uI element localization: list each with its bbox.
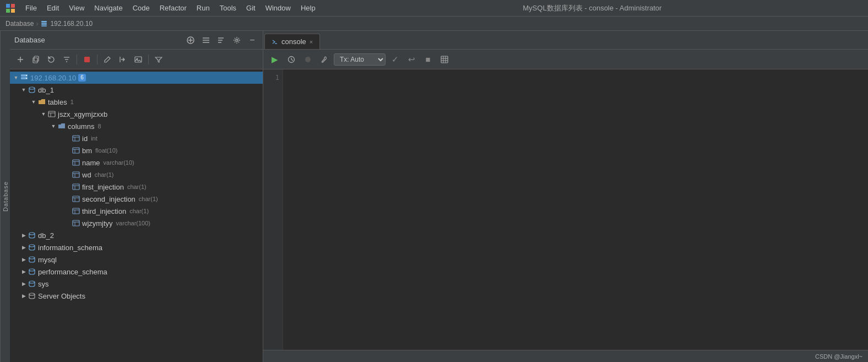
tree-item-columns[interactable]: columns 8 [10,120,263,132]
menu-view[interactable]: View [64,3,89,13]
menu-help[interactable]: Help [296,3,320,13]
sys-label: sys [38,280,49,288]
svg-point-69 [305,57,311,62]
server-objects-label: Server Objects [38,292,85,300]
server-icon [40,20,48,28]
svg-point-63 [29,281,35,283]
refresh-button[interactable] [44,52,58,67]
breadcrumb-database[interactable]: Database [6,20,34,28]
svg-rect-44 [73,172,79,177]
col-id-type: int [91,135,97,142]
settings-button[interactable] [231,34,243,46]
stop-query-button[interactable] [301,52,315,67]
tree-item-col-wd[interactable]: wd char(1) [10,169,263,181]
grid-button[interactable] [437,52,452,67]
menu-git[interactable]: Git [242,3,260,13]
tree-item-server[interactable]: 192.168.20.10 6 [10,72,263,84]
tree-item-col-bm[interactable]: bm float(10) [10,144,263,156]
edit-button[interactable] [100,52,115,67]
add-button[interactable] [13,52,28,67]
editor-area: 1 [263,69,868,350]
image-button[interactable] [131,52,145,67]
tree-item-db1[interactable]: db_1 [10,84,263,96]
server-badge: 6 [78,74,86,82]
menu-tools[interactable]: Tools [215,3,241,13]
info-schema-arrow [20,244,28,251]
sort-button[interactable] [215,34,227,46]
col-first-icon [72,182,80,191]
svg-rect-20 [33,58,37,63]
tree-item-server-objects[interactable]: Server Objects [10,290,263,302]
svg-rect-24 [84,57,90,62]
filter-schema-button[interactable] [59,52,74,67]
check-button[interactable]: ✓ [388,52,402,67]
commit-button[interactable]: ■ [421,52,435,67]
tree-item-sys[interactable]: sys [10,278,263,290]
tree-item-col-first[interactable]: first_injection char(1) [10,181,263,193]
info-schema-label: information_schema [38,244,102,252]
menubar: File Edit View Navigate Code Refactor Ru… [0,0,868,17]
menu-window[interactable]: Window [261,3,295,13]
tab-close-button[interactable]: × [310,39,313,45]
svg-rect-38 [73,148,79,153]
tab-console[interactable]: console × [264,34,320,49]
menu-edit[interactable]: Edit [42,3,63,13]
tables-count: 1 [70,99,74,105]
svg-rect-2 [6,9,10,13]
list-view-button[interactable] [200,34,212,46]
tree-item-table-jszx[interactable]: jszx_xgymjzxxb [10,108,263,120]
line-number-1: 1 [267,74,279,82]
svg-rect-35 [73,136,79,141]
tree-item-information-schema[interactable]: information_schema [10,241,263,253]
rollback-button[interactable]: ↩ [404,52,419,67]
sidebar-vertical-label[interactable]: Database [0,31,10,362]
tree-item-col-id[interactable]: id int [10,132,263,144]
menu-run[interactable]: Run [192,3,214,13]
tree-item-col-third[interactable]: third_injection char(1) [10,205,263,217]
info-schema-icon [28,243,36,252]
tree-item-perf-schema[interactable]: performance_schema [10,266,263,278]
menu-navigate[interactable]: Navigate [90,3,127,13]
svg-rect-0 [6,4,10,8]
close-panel-button[interactable]: − [246,34,258,46]
menu-refactor[interactable]: Refactor [155,3,191,13]
col-id-label: id [82,134,88,143]
tree-item-col-name[interactable]: name varchar(10) [10,156,263,169]
copy-button[interactable] [29,52,43,67]
editor-content[interactable] [283,69,868,350]
table-icon [47,110,56,118]
right-panel: console × ▶ [263,31,868,362]
col-wjzy-type: varchar(100) [116,220,150,226]
tx-auto-select[interactable]: Tx: Auto Tx: Manual [334,53,386,66]
tree-item-col-wjzy[interactable]: wjzymjtyy varchar(100) [10,217,263,229]
tree-item-mysql[interactable]: mysql [10,253,263,266]
tree-item-col-second[interactable]: second_injection char(1) [10,193,263,205]
perf-schema-arrow [20,268,28,275]
svg-point-64 [29,293,35,295]
col-third-type: char(1) [129,208,149,214]
breadcrumb-server[interactable]: 192.168.20.10 [50,20,93,28]
stop-button[interactable] [80,52,94,67]
perf-schema-label: performance_schema [38,268,107,276]
svg-rect-50 [73,196,79,202]
db2-icon [28,231,36,240]
jump-button[interactable] [116,52,130,67]
menu-code[interactable]: Code [128,3,154,13]
tree-item-db2[interactable]: db_2 [10,229,263,241]
col-first-label: first_injection [82,183,124,191]
run-query-button[interactable]: ▶ [268,52,282,67]
svg-rect-3 [11,9,15,13]
add-connection-button[interactable] [185,34,197,46]
col-wd-label: wd [82,171,91,179]
menu-file[interactable]: File [21,3,41,13]
schedule-button[interactable] [284,52,299,67]
svg-line-68 [291,60,293,61]
panel-header: Database [10,31,263,50]
col-bm-label: bm [82,147,92,155]
svg-rect-70 [441,56,448,63]
window-title: MySQL数据库列表 - console - Administrator [321,3,864,13]
toolbar-separator-1 [77,55,77,64]
format-button[interactable] [317,52,332,67]
filter-button[interactable] [151,52,166,67]
tree-item-tables[interactable]: tables 1 [10,96,263,108]
